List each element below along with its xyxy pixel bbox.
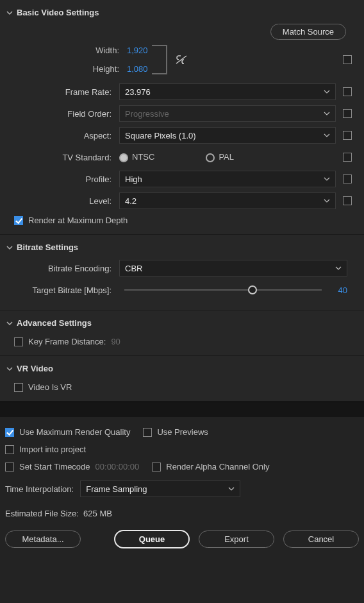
- cancel-button[interactable]: Cancel: [283, 531, 359, 548]
- target-bitrate-label: Target Bitrate [Mbps]:: [5, 285, 119, 295]
- chevron-down-icon[interactable]: [6, 320, 13, 327]
- unlink-icon[interactable]: [172, 53, 190, 67]
- level-label: Level:: [5, 196, 119, 206]
- render-max-depth-label: Render at Maximum Depth: [28, 216, 128, 225]
- chevron-down-icon: [335, 264, 342, 273]
- chevron-down-icon: [324, 87, 330, 97]
- chevron-down-icon[interactable]: [6, 366, 13, 372]
- profile-lock-checkbox[interactable]: [343, 174, 352, 183]
- frame-rate-label: Frame Rate:: [5, 87, 119, 97]
- section-bitrate: Bitrate Settings Bitrate Encoding: CBR T…: [0, 235, 364, 310]
- aspect-dropdown[interactable]: Square Pixels (1.0): [119, 127, 336, 144]
- chevron-down-icon[interactable]: [6, 244, 13, 251]
- bitrate-encoding-label: Bitrate Encoding:: [5, 264, 119, 273]
- section-basic-video: Basic Video Settings Match Source Width:…: [0, 0, 364, 235]
- field-order-dropdown: Progressive: [119, 105, 336, 122]
- set-start-timecode-label: Set Start Timecode: [19, 462, 90, 471]
- target-bitrate-value[interactable]: 40: [327, 285, 359, 295]
- timecode-value: 00:00:00:00: [95, 462, 140, 471]
- target-bitrate-slider[interactable]: [124, 289, 322, 291]
- field-order-label: Field Order:: [5, 109, 119, 119]
- estimated-size-label: Estimated File Size:: [5, 509, 79, 518]
- section-title: Advanced Settings: [17, 318, 92, 328]
- height-label: Height:: [93, 64, 119, 74]
- level-dropdown[interactable]: 4.2: [119, 192, 336, 209]
- keyframe-distance-label: Key Frame Distance:: [28, 337, 106, 346]
- tv-standard-lock-checkbox[interactable]: [343, 153, 352, 162]
- field-order-lock-checkbox[interactable]: [343, 109, 352, 118]
- link-bracket: [152, 45, 167, 74]
- section-advanced: Advanced Settings Key Frame Distance: 90: [0, 310, 364, 356]
- section-title: VR Video: [17, 364, 53, 373]
- aspect-lock-checkbox[interactable]: [343, 131, 352, 140]
- time-interpolation-label: Time Interpolation:: [5, 484, 74, 494]
- chevron-down-icon: [324, 196, 330, 206]
- estimated-size-value: 625 MB: [83, 509, 112, 518]
- section-title: Basic Video Settings: [17, 8, 99, 17]
- frame-rate-lock-checkbox[interactable]: [343, 87, 352, 96]
- level-lock-checkbox[interactable]: [343, 196, 352, 205]
- tv-standard-label: TV Standard:: [5, 153, 119, 162]
- keyframe-distance-checkbox[interactable]: [14, 337, 23, 346]
- time-interpolation-dropdown[interactable]: Frame Sampling: [80, 480, 240, 497]
- video-is-vr-label: Video Is VR: [28, 382, 72, 392]
- export-button[interactable]: Export: [199, 531, 274, 548]
- chevron-down-icon: [324, 174, 330, 184]
- render-max-depth-checkbox[interactable]: [14, 216, 23, 225]
- use-previews-checkbox[interactable]: [143, 428, 152, 437]
- dimensions-lock-checkbox[interactable]: [343, 55, 352, 64]
- use-max-quality-checkbox[interactable]: [5, 428, 14, 437]
- profile-dropdown[interactable]: High: [119, 171, 336, 187]
- chevron-down-icon: [228, 484, 235, 494]
- section-title: Bitrate Settings: [17, 242, 78, 252]
- render-alpha-label: Render Alpha Channel Only: [166, 462, 269, 471]
- use-max-quality-label: Use Maximum Render Quality: [19, 427, 130, 437]
- match-source-button[interactable]: Match Source: [270, 24, 346, 40]
- aspect-label: Aspect:: [5, 131, 119, 140]
- chevron-down-icon[interactable]: [6, 10, 13, 16]
- metadata-button[interactable]: Metadata...: [5, 531, 81, 548]
- divider: [0, 402, 364, 417]
- pal-radio[interactable]: PAL: [206, 152, 234, 162]
- section-vr: VR Video Video Is VR: [0, 356, 364, 402]
- dimensions-block: Width: Height: 1,920 1,080: [5, 45, 190, 74]
- height-value[interactable]: 1,080: [127, 64, 148, 74]
- chevron-down-icon: [324, 131, 330, 140]
- bitrate-encoding-dropdown[interactable]: CBR: [119, 260, 347, 276]
- width-value[interactable]: 1,920: [127, 46, 148, 55]
- render-alpha-checkbox[interactable]: [152, 463, 161, 471]
- use-previews-label: Use Previews: [157, 427, 208, 437]
- chevron-down-icon: [324, 109, 330, 119]
- keyframe-distance-value: 90: [111, 337, 120, 346]
- frame-rate-dropdown[interactable]: 23.976: [119, 83, 336, 100]
- slider-thumb[interactable]: [248, 285, 257, 294]
- ntsc-radio[interactable]: NTSC: [119, 152, 154, 162]
- queue-button[interactable]: Queue: [114, 530, 190, 548]
- profile-label: Profile:: [5, 174, 119, 184]
- import-project-checkbox[interactable]: [5, 445, 14, 454]
- width-label: Width:: [95, 46, 119, 55]
- video-is-vr-checkbox[interactable]: [14, 383, 23, 392]
- set-start-timecode-checkbox[interactable]: [5, 463, 14, 471]
- footer: Use Maximum Render Quality Use Previews …: [0, 417, 364, 556]
- import-project-label: Import into project: [19, 445, 86, 454]
